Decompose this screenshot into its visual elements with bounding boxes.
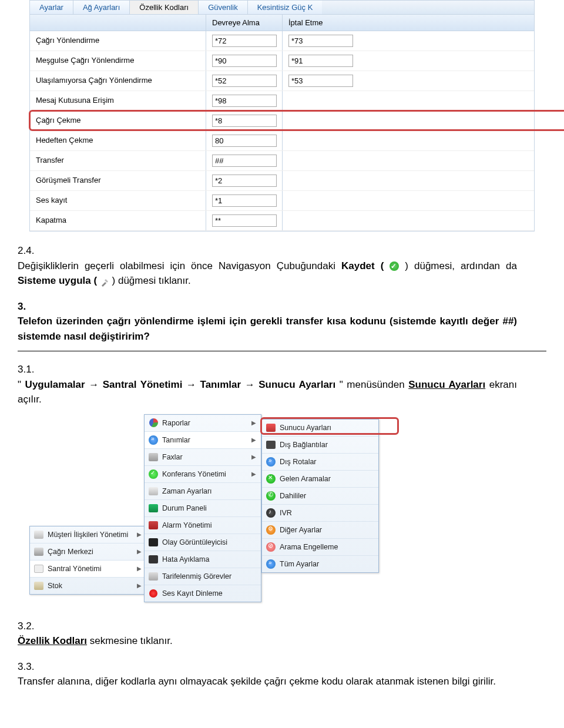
menu-item-menu3-0[interactable]: Sunucu Ayarları bbox=[262, 420, 378, 437]
menu-item-label: Faxlar bbox=[162, 453, 250, 461]
sq-fax-icon bbox=[149, 453, 158, 461]
menu-item-menu3-4[interactable]: Dahililer bbox=[262, 488, 378, 505]
menu-item-menu2-9[interactable]: Tarifelenmiş Görevler bbox=[145, 568, 261, 585]
sq-panel-icon bbox=[149, 504, 158, 512]
menu-item-menu3-5[interactable]: IVR bbox=[262, 505, 378, 522]
c-stop-icon bbox=[266, 542, 276, 552]
activate-input[interactable] bbox=[212, 155, 277, 167]
num-3-1: 3.1. bbox=[18, 362, 47, 377]
c-blk-icon bbox=[266, 508, 276, 518]
c-green-icon bbox=[149, 469, 158, 479]
activate-input[interactable] bbox=[212, 95, 277, 107]
menu-item-menu2-7[interactable]: Olay Görüntüleyicisi bbox=[145, 534, 261, 551]
tools-icon bbox=[100, 277, 109, 286]
menu-item-menu1-1[interactable]: Çağrı Merkezi▶ bbox=[30, 544, 146, 561]
menu-item-label: Müşteri İlişkileri Yönetimi bbox=[48, 531, 136, 539]
c-blue-icon bbox=[149, 435, 158, 445]
chevron-right-icon: ▶ bbox=[136, 548, 142, 555]
activate-input[interactable] bbox=[212, 135, 277, 147]
menu-item-menu1-2[interactable]: Santral Yönetimi▶ bbox=[30, 561, 146, 578]
c-blue-icon bbox=[266, 559, 276, 569]
menu-item-menu2-4[interactable]: Zaman Ayarları bbox=[145, 483, 261, 500]
row-label: Meşgulse Çağrı Yönlendirme bbox=[30, 51, 206, 71]
chevron-right-icon: ▶ bbox=[250, 420, 256, 426]
row-7: Görüşmeli Transfer bbox=[30, 171, 534, 191]
chevron-right-icon: ▶ bbox=[250, 454, 256, 460]
activate-input[interactable] bbox=[212, 35, 277, 47]
menu-item-menu1-3[interactable]: Stok▶ bbox=[30, 578, 146, 594]
menu-item-menu3-6[interactable]: Diğer Ayarlar bbox=[262, 522, 378, 539]
row-label: Ses kayıt bbox=[30, 191, 206, 210]
check-green-icon bbox=[390, 261, 399, 271]
activate-input[interactable] bbox=[212, 75, 277, 87]
row-label: Ulaşılamıyorsa Çağrı Yönlendirme bbox=[30, 71, 206, 90]
row-1: Meşgulse Çağrı Yönlendirme bbox=[30, 51, 534, 71]
activate-input[interactable] bbox=[212, 115, 277, 127]
c-blue-icon bbox=[266, 457, 276, 467]
activate-input[interactable] bbox=[212, 194, 277, 207]
row-9: Kapatma bbox=[30, 211, 534, 231]
menu-item-menu3-2[interactable]: Dış Rotalar bbox=[262, 454, 378, 471]
menu-item-menu2-10[interactable]: Ses Kayıt Dinleme bbox=[145, 585, 261, 602]
instruction-2-4: 2.4. Değişikliklerin geçerli olabilmesi … bbox=[18, 243, 546, 288]
menu-item-menu3-8[interactable]: Tüm Ayarlar bbox=[262, 556, 378, 572]
feature-codes-form: AyarlarAğ AyarlarıÖzellik KodlarıGüvenli… bbox=[29, 0, 535, 232]
activate-input[interactable] bbox=[212, 55, 277, 67]
context-menu-level-3: Sunucu AyarlarıDış BağlantılarDış Rotala… bbox=[261, 419, 379, 573]
tab-2[interactable]: Özellik Kodları bbox=[130, 1, 199, 14]
sq-tools-icon bbox=[149, 487, 158, 495]
menu-item-menu1-0[interactable]: Müşteri İlişkileri Yönetimi▶ bbox=[30, 526, 146, 544]
menu-item-menu2-1[interactable]: Tanımlar▶ bbox=[145, 432, 261, 449]
menu-item-menu2-0[interactable]: Raporlar▶ bbox=[145, 415, 261, 432]
menu-item-label: Durum Paneli bbox=[162, 504, 256, 512]
num-3-2: 3.2. bbox=[18, 619, 47, 634]
instruction-3-1: 3.1. " Uygulamalar → Santral Yönetimi → … bbox=[18, 362, 546, 407]
menu-item-menu3-7[interactable]: Arama Engelleme bbox=[262, 539, 378, 556]
deactivate-input[interactable] bbox=[288, 75, 353, 87]
row-0: Çağrı Yönlendirme bbox=[30, 31, 534, 51]
tabs-row: AyarlarAğ AyarlarıÖzellik KodlarıGüvenli… bbox=[30, 1, 534, 15]
menu-item-label: Zaman Ayarları bbox=[162, 487, 256, 495]
sq-alarm-icon bbox=[149, 521, 158, 529]
row-3: Mesaj Kutusuna Erişim bbox=[30, 91, 534, 111]
tab-3[interactable]: Güvenlik bbox=[199, 1, 248, 14]
menu-item-menu2-3[interactable]: Konferans Yönetimi▶ bbox=[145, 466, 261, 483]
sq-box-icon bbox=[34, 582, 43, 590]
row-label: Görüşmeli Transfer bbox=[30, 171, 206, 190]
menu-screenshot: Müşteri İlişkileri Yönetimi▶Çağrı Merkez… bbox=[18, 414, 546, 608]
tab-4[interactable]: Kesintisiz Güç K bbox=[248, 1, 323, 14]
menu-item-label: Tüm Ayarlar bbox=[280, 560, 374, 568]
menu-item-label: Tanımlar bbox=[162, 436, 250, 444]
menu-item-menu2-5[interactable]: Durum Paneli bbox=[145, 500, 261, 517]
menu-item-menu3-1[interactable]: Dış Bağlantılar bbox=[262, 437, 378, 454]
num-2-4: 2.4. bbox=[18, 243, 47, 259]
tab-0[interactable]: Ayarlar bbox=[30, 1, 73, 14]
c-grn2-icon bbox=[266, 474, 276, 484]
row-label: Mesaj Kutusuna Erişim bbox=[30, 91, 206, 110]
row-5: Hedeften Çekme bbox=[30, 131, 534, 151]
row-8: Ses kayıt bbox=[30, 191, 534, 211]
menu-item-menu2-6[interactable]: Alarm Yönetimi bbox=[145, 517, 261, 534]
sq-paint-icon bbox=[266, 424, 276, 432]
num-3: 3. bbox=[18, 299, 47, 314]
menu-item-menu2-8[interactable]: Hata Ayıklama bbox=[145, 551, 261, 568]
chevron-right-icon: ▶ bbox=[136, 565, 142, 572]
row-4: Çağrı Çekme bbox=[30, 111, 534, 131]
row-2: Ulaşılamıyorsa Çağrı Yönlendirme bbox=[30, 71, 534, 91]
separator bbox=[18, 351, 546, 351]
sq-eye-icon bbox=[149, 538, 158, 546]
sq-gear-icon bbox=[34, 565, 43, 573]
deactivate-input[interactable] bbox=[288, 35, 353, 47]
sq-pie-icon bbox=[149, 418, 158, 427]
menu-item-label: Diğer Ayarlar bbox=[280, 526, 374, 534]
sq-bug-icon bbox=[149, 555, 158, 563]
tab-1[interactable]: Ağ Ayarları bbox=[73, 1, 130, 14]
menu-item-label: Sunucu Ayarları bbox=[280, 424, 374, 432]
activate-input[interactable] bbox=[212, 175, 277, 187]
menu-item-menu2-2[interactable]: Faxlar▶ bbox=[145, 449, 261, 466]
deactivate-input[interactable] bbox=[288, 55, 353, 67]
c-ora-icon bbox=[266, 525, 276, 535]
menu-item-label: Tarifelenmiş Görevler bbox=[162, 572, 256, 581]
activate-input[interactable] bbox=[212, 214, 277, 227]
menu-item-menu3-3[interactable]: Gelen Aramalar bbox=[262, 471, 378, 488]
